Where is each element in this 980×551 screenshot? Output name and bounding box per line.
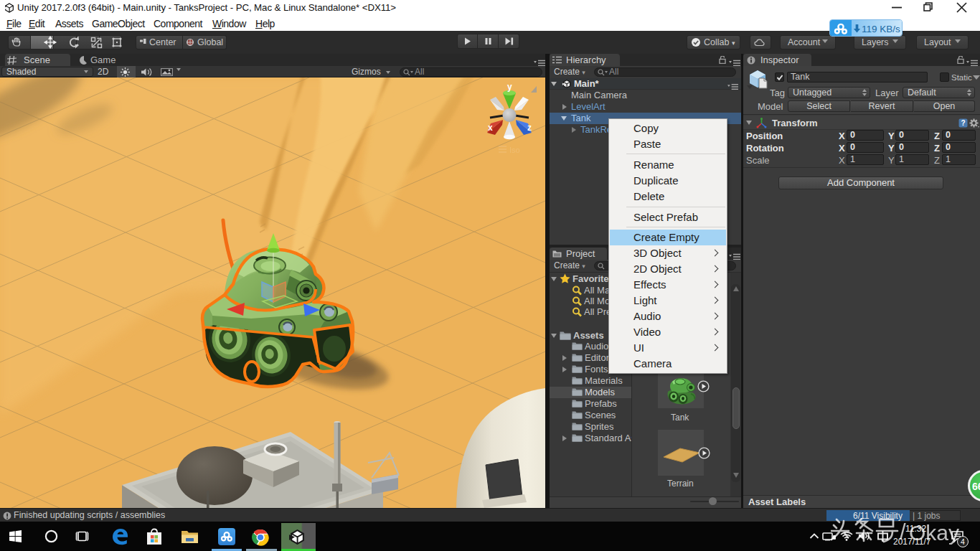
- svg-text:/: /: [900, 519, 906, 545]
- svg-text:x: x: [488, 123, 493, 133]
- svg-text:Okay: Okay: [909, 521, 959, 545]
- svg-text:z: z: [527, 123, 532, 133]
- svg-text:Iso: Iso: [509, 146, 520, 154]
- svg-text:?: ?: [961, 119, 965, 127]
- svg-text:y: y: [507, 82, 512, 92]
